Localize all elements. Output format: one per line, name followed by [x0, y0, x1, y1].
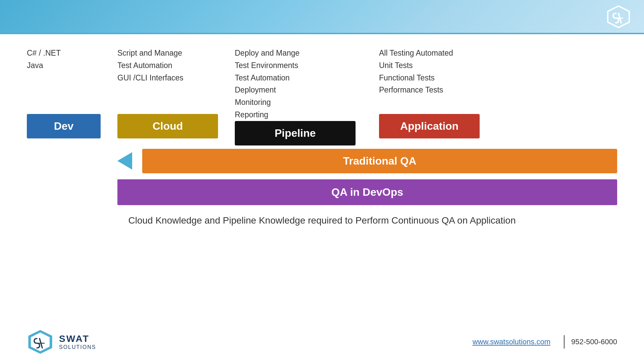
- application-box: Application: [379, 114, 480, 138]
- arrow-visual: [117, 152, 132, 170]
- footer-website-link[interactable]: www.swatsolutions.com: [473, 338, 550, 346]
- arrow-head-icon: [117, 152, 132, 170]
- cloud-text-block: Script and Manage Test Automation GUI /C…: [117, 47, 218, 114]
- cloud-text-line1: Script and Manage: [117, 47, 218, 59]
- pipeline-text-block: Deploy and Mange Test Environments Test …: [235, 47, 362, 121]
- footer-divider: [564, 335, 565, 349]
- col-dev: C# / .NET Java Dev: [27, 47, 101, 138]
- summary-text: Cloud Knowledge and Pipeline Knowledge r…: [27, 215, 617, 226]
- pipeline-text-line6: Reporting: [235, 109, 362, 121]
- swat-brand-label: SWAT: [59, 334, 96, 344]
- dev-box: Dev: [27, 114, 101, 138]
- footer-phone: 952-500-6000: [571, 338, 617, 346]
- svg-marker-0: [608, 6, 629, 27]
- col-application: All Testing Automated Unit Tests Functio…: [379, 47, 617, 138]
- pipeline-text-line4: Deployment: [235, 84, 362, 96]
- columns-wrapper: C# / .NET Java Dev Script and Manage Tes…: [27, 47, 617, 145]
- application-text-line4: Performance Tests: [379, 84, 617, 96]
- application-text-block: All Testing Automated Unit Tests Functio…: [379, 47, 617, 114]
- swat-logo-footer-icon: [27, 328, 54, 355]
- col-cloud: Script and Manage Test Automation GUI /C…: [117, 47, 218, 138]
- pipeline-text-line3: Test Automation: [235, 72, 362, 84]
- arrow-traditional-qa-row: Traditional QA: [27, 149, 617, 173]
- swat-brand-text: SWAT SOLUTIONS: [59, 334, 96, 350]
- swat-logo-header-icon: [606, 5, 631, 29]
- pipeline-text-line1: Deploy and Mange: [235, 47, 362, 59]
- cloud-box: Cloud: [117, 114, 218, 138]
- arrow-tqa-container: Traditional QA: [117, 149, 617, 173]
- application-text-line2: Unit Tests: [379, 59, 617, 72]
- footer: SWAT SOLUTIONS www.swatsolutions.com 952…: [0, 322, 644, 362]
- footer-right: www.swatsolutions.com 952-500-6000: [473, 335, 617, 349]
- pipeline-box: Pipeline: [235, 121, 356, 145]
- header-banner: [0, 0, 644, 34]
- qa-devops-row: QA in DevOps: [27, 179, 617, 205]
- dev-text-line1: C# / .NET: [27, 47, 101, 59]
- traditional-qa-box: Traditional QA: [142, 149, 617, 173]
- col-pipeline: Deploy and Mange Test Environments Test …: [235, 47, 362, 145]
- cloud-text-line2: Test Automation: [117, 59, 218, 72]
- application-text-line1: All Testing Automated: [379, 47, 617, 59]
- qa-devops-bar: QA in DevOps: [117, 179, 617, 205]
- dev-text-line2: Java: [27, 59, 101, 72]
- dev-text-block: C# / .NET Java: [27, 47, 101, 114]
- pipeline-text-line2: Test Environments: [235, 59, 362, 72]
- application-text-line3: Functional Tests: [379, 72, 617, 84]
- main-content: C# / .NET Java Dev Script and Manage Tes…: [0, 34, 644, 226]
- footer-left: SWAT SOLUTIONS: [27, 328, 96, 355]
- cloud-text-line3: GUI /CLI Interfaces: [117, 72, 218, 84]
- swat-sub-label: SOLUTIONS: [59, 344, 96, 350]
- pipeline-text-line5: Monitoring: [235, 96, 362, 109]
